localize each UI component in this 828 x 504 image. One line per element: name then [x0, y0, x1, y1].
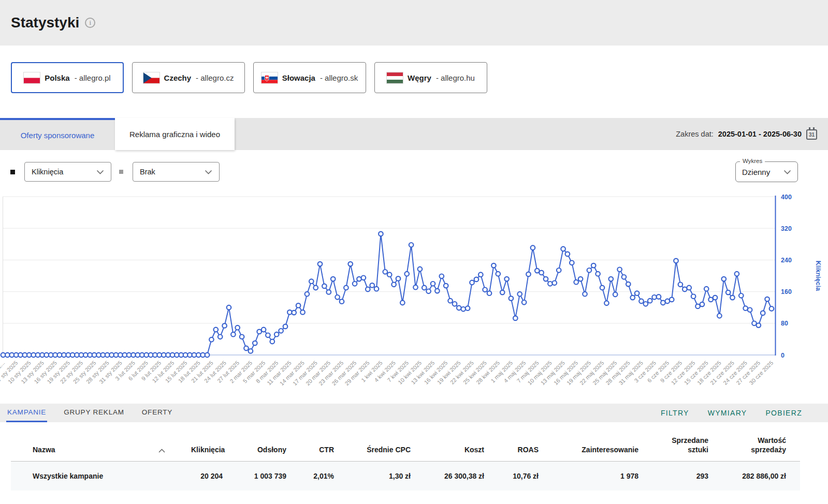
data-point[interactable] [396, 276, 401, 281]
data-point[interactable] [340, 299, 344, 304]
data-point[interactable] [557, 268, 561, 273]
data-point[interactable] [708, 298, 713, 302]
data-point[interactable] [565, 252, 570, 257]
data-point[interactable] [548, 281, 553, 286]
data-point[interactable] [678, 283, 683, 287]
data-point[interactable] [227, 305, 231, 310]
data-point[interactable] [717, 314, 722, 318]
date-range-picker[interactable]: Zakres dat: 2025-01-01 - 2025-06-30 31 [676, 118, 817, 150]
data-point[interactable] [531, 245, 535, 250]
filtry-button[interactable]: FILTRY [661, 404, 689, 422]
data-point[interactable] [214, 328, 219, 332]
data-point[interactable] [453, 302, 457, 306]
data-point[interactable] [526, 272, 531, 277]
data-point[interactable] [644, 302, 648, 306]
data-point[interactable] [400, 301, 405, 305]
data-point[interactable] [296, 303, 301, 308]
data-point[interactable] [722, 277, 727, 281]
market-button-hu[interactable]: Węgry- allegro.hu [374, 62, 487, 93]
data-point[interactable] [704, 287, 709, 291]
market-button-sk[interactable]: Słowacja- allegro.sk [253, 62, 366, 93]
data-point[interactable] [231, 332, 236, 337]
data-point[interactable] [461, 307, 466, 312]
tab-reklama-graficzna-i-wideo[interactable]: Reklama graficzna i wideo [115, 118, 235, 150]
data-point[interactable] [509, 296, 514, 301]
wymiary-button[interactable]: WYMIARY [708, 404, 747, 422]
data-point[interactable] [209, 337, 214, 342]
data-point[interactable] [218, 335, 223, 339]
data-point[interactable] [426, 289, 431, 294]
column-header-6[interactable]: ROAS [492, 422, 547, 462]
data-point[interactable] [361, 276, 366, 280]
data-point[interactable] [322, 284, 327, 289]
data-point[interactable] [348, 262, 353, 266]
data-point[interactable] [440, 274, 444, 279]
data-point[interactable] [652, 295, 657, 300]
data-point[interactable] [591, 263, 596, 268]
data-point[interactable] [648, 299, 652, 303]
data-point[interactable] [240, 335, 244, 339]
data-point[interactable] [583, 292, 587, 297]
data-point[interactable] [244, 346, 249, 351]
data-point[interactable] [305, 292, 310, 297]
data-point[interactable] [726, 290, 731, 295]
pobierz-button[interactable]: POBIERZ [765, 404, 802, 422]
data-point[interactable] [622, 275, 627, 279]
data-point[interactable] [687, 286, 691, 290]
data-point[interactable] [761, 311, 765, 316]
data-point[interactable] [292, 310, 296, 315]
data-point[interactable] [431, 281, 435, 286]
data-point[interactable] [409, 243, 414, 247]
data-point[interactable] [300, 310, 305, 315]
data-point[interactable] [595, 272, 600, 276]
data-point[interactable] [691, 294, 696, 299]
data-point[interactable] [466, 306, 470, 310]
data-point[interactable] [418, 267, 423, 272]
metric2-select[interactable]: Brak [133, 162, 220, 182]
data-point[interactable] [253, 341, 257, 346]
data-point[interactable] [769, 306, 774, 311]
data-point[interactable] [444, 284, 448, 288]
data-point[interactable] [422, 286, 427, 290]
data-point[interactable] [344, 286, 348, 290]
data-point[interactable] [587, 268, 592, 273]
data-point[interactable] [757, 323, 761, 328]
data-point[interactable] [270, 339, 275, 344]
data-point[interactable] [713, 295, 718, 300]
data-point[interactable] [574, 280, 578, 285]
data-point[interactable] [570, 261, 574, 265]
data-point[interactable] [478, 272, 483, 277]
data-point[interactable] [500, 290, 505, 295]
data-point[interactable] [413, 285, 418, 290]
data-point[interactable] [635, 291, 640, 295]
data-point[interactable] [735, 272, 739, 276]
data-point[interactable] [730, 295, 735, 300]
data-point[interactable] [235, 325, 240, 330]
data-point[interactable] [517, 292, 522, 297]
tab-oferty-sponsorowane[interactable]: Oferty sponsorowane [0, 118, 115, 150]
data-point[interactable] [617, 268, 622, 272]
column-header-5[interactable]: Koszt [419, 422, 492, 462]
data-point[interactable] [374, 287, 379, 291]
info-icon[interactable]: i [85, 18, 95, 28]
data-point[interactable] [262, 328, 266, 332]
column-header-7[interactable]: Zainteresowanie [547, 422, 647, 462]
data-point[interactable] [739, 293, 744, 298]
data-point[interactable] [257, 330, 262, 334]
data-point[interactable] [205, 353, 210, 358]
data-point[interactable] [483, 288, 487, 292]
data-point[interactable] [335, 295, 340, 300]
data-point[interactable] [222, 323, 227, 328]
data-point[interactable] [327, 290, 331, 294]
report-tab-oferty[interactable]: OFERTY [141, 404, 173, 422]
report-tab-grupy-reklam[interactable]: GRUPY REKLAM [63, 404, 125, 422]
data-point[interactable] [470, 280, 474, 285]
data-point[interactable] [383, 270, 388, 274]
column-header-4[interactable]: Średnie CPC [342, 422, 419, 462]
column-header-nazwa[interactable]: Nazwa [11, 422, 187, 462]
data-point[interactable] [487, 291, 492, 295]
data-point[interactable] [695, 304, 700, 309]
data-point[interactable] [357, 277, 361, 281]
calendar-icon[interactable]: 31 [806, 129, 817, 140]
data-point[interactable] [313, 286, 318, 290]
